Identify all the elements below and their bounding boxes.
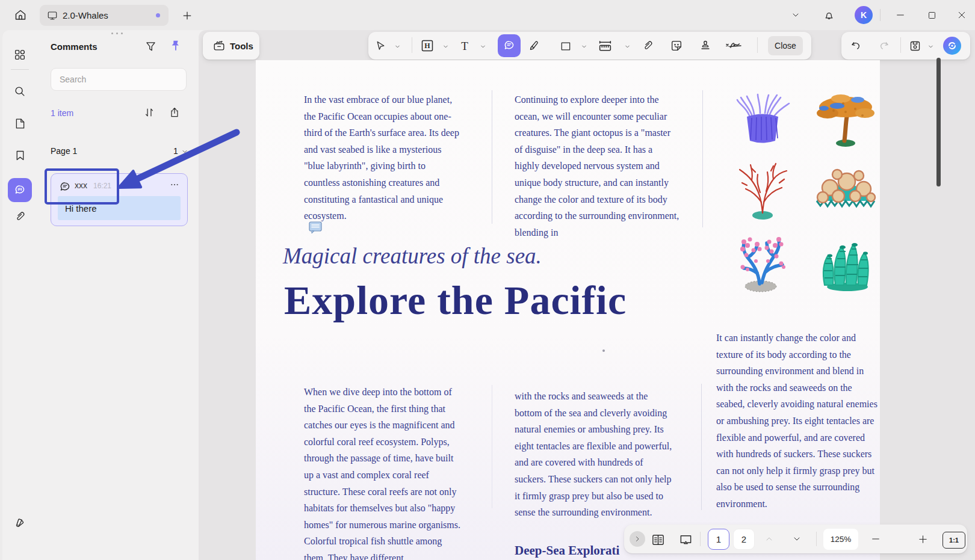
text-icon: T [457,38,472,53]
home-button[interactable] [10,5,31,25]
shape-tool[interactable] [557,38,574,55]
filter-button[interactable] [142,38,159,55]
sidebar-item-attachments[interactable] [11,208,29,226]
save-button[interactable] [906,37,923,54]
redo-icon [878,40,890,52]
actual-size-button[interactable]: 1:1 [942,532,965,549]
highlight-tool[interactable]: H [419,37,436,54]
measure-tool-dropdown[interactable] [622,42,632,51]
comment-body-text: Hi there [65,203,97,214]
close-annotate-button[interactable]: Close [768,36,803,55]
pen-tool[interactable] [526,37,543,54]
page-button-2[interactable]: 2 [733,529,755,550]
ai-assistant-button[interactable] [942,36,962,55]
paperclip-icon [642,40,654,52]
sort-button[interactable] [141,105,158,120]
search-input[interactable] [51,69,203,90]
highlight-tool-dropdown[interactable] [441,42,450,51]
theme-button[interactable] [11,514,29,532]
save-dropdown[interactable] [926,42,935,51]
measure-tool[interactable] [596,37,614,54]
page-layout-button[interactable] [650,532,666,547]
comment-more-button[interactable] [167,179,182,191]
signature-tool[interactable] [723,37,745,54]
previous-page-button[interactable] [762,533,776,545]
shape-tool-dropdown[interactable] [579,42,589,51]
sidebar-item-thumbnails[interactable] [11,114,29,132]
coral-image-blue-pink-blossom [729,230,796,292]
sidebar-item-bookmarks[interactable] [11,146,29,164]
vertical-scrollbar-thumb[interactable] [936,58,941,186]
zoom-in-button[interactable] [915,532,930,546]
attach-file-tool[interactable] [639,37,656,54]
items-count: 1 item [51,108,73,118]
coral-image-purple-anemone [730,91,795,146]
pin-button[interactable] [167,37,184,54]
export-button[interactable] [166,105,183,120]
undo-button[interactable] [847,37,864,54]
page-button-1[interactable]: 1 [708,529,729,550]
chevron-down-icon [624,43,631,50]
panel-drag-handle[interactable] [111,32,123,34]
pdf-page: In the vast embrace of our blue planet, … [256,60,880,560]
sidebar-item-search[interactable] [11,82,29,100]
select-tool[interactable] [372,37,389,54]
redo-button[interactable] [875,37,892,54]
undo-icon [850,40,862,52]
next-page-button[interactable] [790,533,804,545]
sticker-tool[interactable] [668,37,685,54]
chevron-down-icon [442,43,449,50]
new-tab-button[interactable] [178,7,196,25]
column-divider [492,90,492,224]
coral-image-teal-spiral [814,231,880,291]
app-window: 2.0-Whales K [0,0,975,560]
titlebar-divider [880,9,881,21]
minimize-button[interactable] [887,0,914,30]
titlebar: 2.0-Whales K [0,0,975,30]
stamp-tool[interactable] [697,37,714,54]
rail-divider [11,69,29,70]
sidebar-item-comments-active[interactable] [8,178,32,202]
svg-text:T: T [461,40,468,52]
maximize-button[interactable] [918,0,945,30]
marker-icon [528,39,541,52]
page-group-collapse[interactable] [179,146,190,157]
chevron-right-icon [634,535,641,543]
stamp-icon [699,39,712,52]
avatar-initial: K [861,10,867,20]
monitor-icon [47,10,58,21]
paragraph: with the rocks and seaweeds at the botto… [515,388,672,521]
presentation-icon [679,533,693,547]
note-annotation[interactable] [308,220,323,235]
comment-tool-active[interactable] [498,34,521,57]
sidebar-item-panels[interactable] [11,46,29,64]
sort-icon [143,106,155,118]
comment-bubble-icon [503,39,516,52]
text-tool-dropdown[interactable] [478,42,488,51]
close-icon [957,10,967,20]
expand-nav-button[interactable] [630,531,645,547]
close-window-button[interactable] [949,0,975,30]
annotation-rectangle [45,168,119,205]
zoom-level[interactable]: 125% [823,529,858,550]
chevron-down-icon [394,43,401,50]
presentation-button[interactable] [678,532,693,547]
paragraph: When we dive deep into the bottom of the… [304,384,463,560]
comments-search[interactable] [51,68,187,91]
titlebar-menu-button[interactable] [787,8,804,22]
page-group-label: Page 1 [51,146,77,156]
bell-icon [823,9,835,22]
notifications-button[interactable] [820,6,838,24]
more-dots-icon [170,180,179,189]
text-tool[interactable]: T [456,37,473,54]
zoom-out-button[interactable] [868,533,884,545]
document-tab[interactable]: 2.0-Whales [40,5,169,26]
select-tool-dropdown[interactable] [392,42,402,51]
tools-button[interactable]: Tools [203,32,259,60]
avatar[interactable]: K [855,6,873,24]
rectangle-icon [560,40,572,52]
section-heading: Deep-Sea Explorati [515,543,619,558]
sticker-icon [670,39,683,52]
minimize-icon [896,10,905,20]
tools-label: Tools [230,41,253,51]
